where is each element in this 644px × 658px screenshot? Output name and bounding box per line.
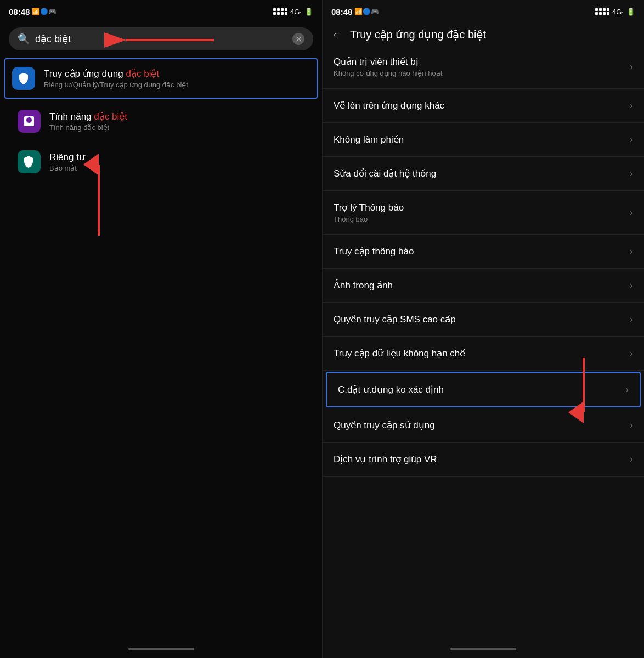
right-panel: 08:48 📶🔵🎮 4G· 🔋 ← Truy cập ứng dụng đặc … xyxy=(322,0,644,658)
search-input[interactable]: đặc biệt xyxy=(35,33,287,45)
menu-item-title-2: Vẽ lên trên ứng dụng khác xyxy=(334,100,444,111)
chevron-icon-5: › xyxy=(630,207,633,218)
signal-grid-right xyxy=(595,8,609,15)
result-highlight-2: đặc biệt xyxy=(94,111,127,122)
chevron-icon-2: › xyxy=(630,100,633,111)
chevron-icon-11: › xyxy=(630,419,633,431)
search-bar[interactable]: 🔍 đặc biệt ✕ xyxy=(9,27,313,50)
menu-item-title-8: Quyền truy cập SMS cao cấp xyxy=(334,314,456,325)
menu-item-title-4: Sửa đổi cài đặt hệ thống xyxy=(334,168,436,179)
status-emoji-left: 📶🔵🎮 xyxy=(32,8,57,15)
menu-item-anh-trong-anh[interactable]: Ảnh trong ảnh › xyxy=(323,269,644,303)
menu-item-title-7: Ảnh trong ảnh xyxy=(334,280,393,291)
bottom-area-left xyxy=(0,642,322,658)
menu-item-left-5: Trợ lý Thông báo Thông báo xyxy=(334,202,404,223)
menu-item-left-6: Truy cập thông báo xyxy=(334,246,414,257)
menu-item-left-12: Dịch vụ trình trợ giúp VR xyxy=(334,453,437,465)
menu-item-left-4: Sửa đổi cài đặt hệ thống xyxy=(334,168,436,179)
status-icons-left: 4G· 🔋 xyxy=(273,8,313,16)
status-bar-left: 08:48 📶🔵🎮 4G· 🔋 xyxy=(0,0,322,22)
menu-item-title-12: Dịch vụ trình trợ giúp VR xyxy=(334,453,437,465)
menu-item-left-7: Ảnh trong ảnh xyxy=(334,280,393,291)
back-button[interactable]: ← xyxy=(331,27,343,42)
result-text-2: Tính năng đặc biệt Tính năng đặc biệt xyxy=(49,111,127,132)
time-right: 08:48 📶🔵🎮 xyxy=(331,7,379,16)
time-left: 08:48 📶🔵🎮 xyxy=(9,7,57,16)
menu-item-khong-lam-phien[interactable]: Không làm phiền › xyxy=(323,123,644,157)
page-title: Truy cập ứng dụng đặc biệt xyxy=(350,28,486,41)
search-clear-button[interactable]: ✕ xyxy=(292,33,304,45)
result-subtitle-3: Bảo mật xyxy=(49,164,85,172)
right-header: ← Truy cập ứng dụng đặc biệt xyxy=(323,22,644,45)
result-title-2: Tính năng đặc biệt xyxy=(49,111,127,122)
menu-item-title-5: Trợ lý Thông báo xyxy=(334,202,404,213)
menu-item-dich-vu-vr[interactable]: Dịch vụ trình trợ giúp VR › xyxy=(323,443,644,477)
result-icon-3 xyxy=(18,150,41,173)
result-title-3: Riêng tư xyxy=(49,151,85,163)
battery-icon-right: 🔋 xyxy=(626,8,635,16)
menu-item-title-1: Quản trị viên thiết bị xyxy=(334,56,442,67)
menu-item-ve-len[interactable]: Vẽ lên trên ứng dụng khác › xyxy=(323,89,644,123)
home-bar-right xyxy=(450,648,516,650)
result-item-2[interactable]: Tính năng đặc biệt Tính năng đặc biệt xyxy=(9,101,322,141)
result-text-3: Riêng tư Bảo mật xyxy=(49,151,85,172)
left-panel: 08:48 📶🔵🎮 4G· 🔋 🔍 đặc biệt ✕ xyxy=(0,0,322,658)
chevron-icon-10: › xyxy=(625,384,629,395)
chevron-icon-9: › xyxy=(630,348,633,359)
search-results: Truy cập ứng dụng đặc biệt Riêng tư/Quản… xyxy=(0,56,322,182)
menu-item-truy-cap-thong-bao[interactable]: Truy cập thông báo › xyxy=(323,235,644,269)
menu-item-left-9: Truy cập dữ liệu không hạn chế xyxy=(334,348,465,359)
search-bar-wrapper: 🔍 đặc biệt ✕ xyxy=(0,22,322,56)
menu-item-sms[interactable]: Quyền truy cập SMS cao cấp › xyxy=(323,303,644,337)
menu-item-left-2: Vẽ lên trên ứng dụng khác xyxy=(334,100,444,111)
menu-item-left-3: Không làm phiền xyxy=(334,134,404,145)
result-highlight-1: đặc biệt xyxy=(126,69,160,79)
result-text-1: Truy cập ứng dụng đặc biệt Riêng tư/Quản… xyxy=(44,68,188,89)
menu-item-left-10: C.đặt ư.dụng ko xác định xyxy=(338,384,444,395)
result-title-1: Truy cập ứng dụng đặc biệt xyxy=(44,68,188,80)
menu-item-c-dat[interactable]: C.đặt ư.dụng ko xác định › xyxy=(326,372,641,407)
menu-item-subtitle-1: Không có ứng dụng nào hiện hoạt xyxy=(334,69,442,77)
status-icons-right: 4G· 🔋 xyxy=(595,8,635,16)
menu-list: Quản trị viên thiết bị Không có ứng dụng… xyxy=(323,45,644,642)
chevron-icon-3: › xyxy=(630,134,633,145)
battery-icon-left: 🔋 xyxy=(304,8,313,16)
status-bar-right: 08:48 📶🔵🎮 4G· 🔋 xyxy=(323,0,644,22)
time-text-right: 08:48 xyxy=(331,7,352,16)
menu-item-left-11: Quyền truy cập sử dụng xyxy=(334,419,435,431)
result-icon-2 xyxy=(18,110,41,133)
signal-grid-left xyxy=(273,8,287,15)
result-item-3[interactable]: Riêng tư Bảo mật xyxy=(9,141,322,182)
result-icon-1 xyxy=(12,67,35,90)
chevron-icon-7: › xyxy=(630,280,633,291)
menu-item-sua-doi[interactable]: Sửa đổi cài đặt hệ thống › xyxy=(323,157,644,191)
menu-item-title-10: C.đặt ư.dụng ko xác định xyxy=(338,384,444,395)
search-icon: 🔍 xyxy=(18,33,30,45)
result-item-1[interactable]: Truy cập ứng dụng đặc biệt Riêng tư/Quản… xyxy=(4,58,318,99)
bottom-area-right xyxy=(323,642,644,658)
menu-item-truy-cap-du-lieu[interactable]: Truy cập dữ liệu không hạn chế › xyxy=(323,337,644,371)
chevron-icon-12: › xyxy=(630,453,633,465)
menu-item-title-11: Quyền truy cập sử dụng xyxy=(334,419,435,431)
menu-item-title-3: Không làm phiền xyxy=(334,134,404,145)
chevron-icon-4: › xyxy=(630,168,633,179)
menu-item-left-1: Quản trị viên thiết bị Không có ứng dụng… xyxy=(334,56,442,77)
menu-item-subtitle-5: Thông báo xyxy=(334,215,404,223)
menu-item-title-9: Truy cập dữ liệu không hạn chế xyxy=(334,348,465,359)
result-subtitle-2: Tính năng đặc biệt xyxy=(49,123,127,132)
menu-item-quan-tri-vien[interactable]: Quản trị viên thiết bị Không có ứng dụng… xyxy=(323,45,644,89)
network-label-left: 4G· xyxy=(290,8,302,16)
menu-item-tro-ly[interactable]: Trợ lý Thông báo Thông báo › xyxy=(323,191,644,235)
chevron-icon-6: › xyxy=(630,246,633,257)
chevron-icon-8: › xyxy=(630,314,633,325)
chevron-icon-1: › xyxy=(630,61,633,72)
time-text-left: 08:48 xyxy=(9,7,30,16)
status-emoji-right: 📶🔵🎮 xyxy=(354,8,379,15)
menu-item-left-8: Quyền truy cập SMS cao cấp xyxy=(334,314,456,325)
menu-item-quyen-truy-cap-su-dung[interactable]: Quyền truy cập sử dụng › xyxy=(323,409,644,443)
menu-item-title-6: Truy cập thông báo xyxy=(334,246,414,257)
network-label-right: 4G· xyxy=(612,8,624,16)
home-bar-left xyxy=(128,648,194,650)
result-subtitle-1: Riêng tư/Quản lý/Truy cập ứng dụng đặc b… xyxy=(44,81,188,89)
